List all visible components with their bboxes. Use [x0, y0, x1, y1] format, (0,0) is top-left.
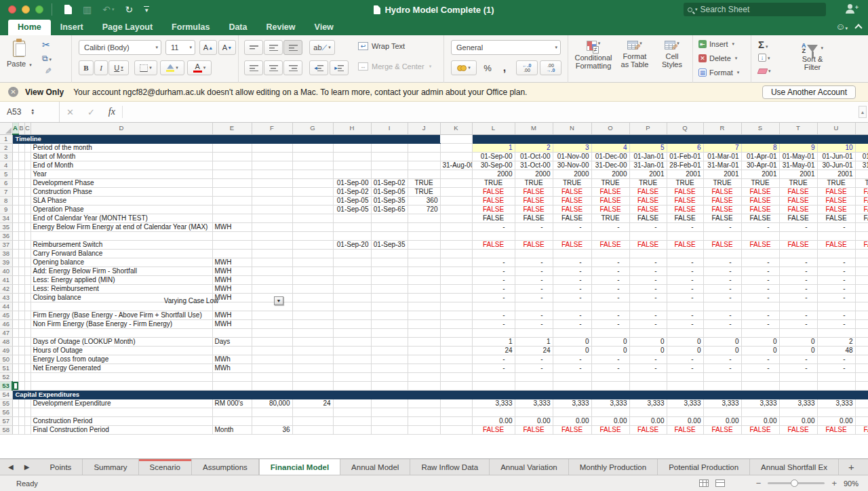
cell[interactable] [292, 153, 333, 161]
cell[interactable] [18, 188, 24, 197]
value-cell[interactable]: FALSE [779, 197, 817, 205]
cell[interactable] [440, 223, 472, 232]
value-cell[interactable]: 01-Dec-00 [591, 153, 629, 161]
value-cell[interactable]: FALSE [667, 426, 703, 435]
cell[interactable] [408, 373, 440, 382]
cell[interactable] [292, 329, 333, 338]
value-cell[interactable] [591, 232, 629, 241]
row-number[interactable]: 35 [0, 223, 12, 232]
value-cell[interactable]: TRUE [591, 214, 629, 223]
value-cell[interactable]: FALSE [629, 188, 667, 197]
column-header-D[interactable]: D [31, 123, 212, 134]
cell[interactable] [371, 161, 408, 170]
cell[interactable] [24, 408, 31, 417]
value-cell[interactable]: 0.00 [553, 417, 591, 426]
cell[interactable] [252, 311, 292, 320]
value-cell[interactable]: 01-Feb-01 [667, 153, 703, 161]
value-cell[interactable]: - [629, 320, 667, 329]
row-number[interactable]: 44 [0, 302, 12, 311]
cell[interactable] [252, 338, 292, 347]
column-header-B[interactable]: B [18, 123, 24, 134]
value-cell[interactable]: FALSE [741, 205, 779, 214]
row-number[interactable]: 38 [0, 250, 12, 258]
value-cell[interactable]: FALSE [629, 205, 667, 214]
zoom-window-button[interactable] [35, 5, 43, 14]
value-cell[interactable] [779, 329, 817, 338]
cell[interactable]: 01-Sep-65 [371, 205, 408, 214]
cell[interactable] [408, 214, 440, 223]
cell[interactable] [440, 285, 472, 294]
row-number[interactable]: 37 [0, 241, 12, 250]
value-cell[interactable]: FALSE [779, 241, 817, 250]
cell[interactable] [440, 276, 472, 285]
font-color-button[interactable]: A▾ [187, 60, 212, 75]
row-number[interactable]: 5 [0, 170, 12, 179]
value-cell[interactable]: 3,333 [703, 399, 741, 408]
value-cell[interactable] [779, 373, 817, 382]
value-cell[interactable] [553, 329, 591, 338]
cell[interactable] [252, 258, 292, 267]
cell[interactable] [24, 188, 31, 197]
cell[interactable] [408, 144, 440, 153]
label-cell[interactable] [31, 373, 212, 382]
value-cell[interactable]: FALSE [703, 214, 741, 223]
scroll-up-icon[interactable]: ▲ [859, 106, 867, 118]
row-number[interactable]: 52 [0, 373, 12, 382]
value-cell[interactable] [472, 232, 515, 241]
value-cell[interactable] [855, 373, 868, 382]
value-cell[interactable]: FALSE [472, 188, 515, 197]
zoom-slider-thumb[interactable] [791, 479, 798, 487]
value-cell[interactable]: - [591, 294, 629, 302]
value-cell[interactable]: 0.00 [472, 417, 515, 426]
value-cell[interactable]: 6 [667, 144, 703, 153]
cell[interactable] [292, 276, 333, 285]
column-header-J[interactable]: J [408, 123, 440, 134]
value-cell[interactable]: 01-Jun-01 [817, 153, 855, 161]
page-layout-view-icon[interactable] [715, 479, 725, 487]
value-cell[interactable]: 3,333 [553, 399, 591, 408]
cell[interactable] [371, 417, 408, 426]
value-cell[interactable]: 2000 [553, 170, 591, 179]
value-cell[interactable]: TRUE [629, 179, 667, 188]
cell[interactable] [333, 338, 371, 347]
cell[interactable] [292, 188, 333, 197]
value-cell[interactable]: FALSE [667, 197, 703, 205]
sheet-tab-financial-model[interactable]: Financial Model [259, 459, 340, 475]
cell[interactable] [12, 347, 18, 355]
value-cell[interactable]: 3,333 [741, 399, 779, 408]
bold-button[interactable]: B [79, 60, 94, 75]
value-cell[interactable]: - [703, 223, 741, 232]
cell[interactable] [333, 250, 371, 258]
value-cell[interactable]: - [703, 294, 741, 302]
cell[interactable]: 01-Sep-35 [371, 197, 408, 205]
value-cell[interactable]: 3,333 [515, 399, 553, 408]
value-cell[interactable]: FALSE [855, 214, 868, 223]
value-cell[interactable]: TRUE [667, 179, 703, 188]
value-cell[interactable]: 0 [779, 338, 817, 347]
value-cell[interactable]: FALSE [591, 188, 629, 197]
unit-cell[interactable] [212, 329, 252, 338]
value-cell[interactable]: FALSE [515, 426, 553, 435]
cell[interactable] [24, 347, 31, 355]
value-cell[interactable]: - [741, 364, 779, 373]
value-cell[interactable]: - [591, 258, 629, 267]
cell[interactable]: 01-Sep-02 [333, 188, 371, 197]
value-cell[interactable]: - [667, 276, 703, 285]
unit-cell[interactable] [212, 214, 252, 223]
value-cell[interactable]: FALSE [591, 197, 629, 205]
cell[interactable] [12, 417, 18, 426]
label-cell[interactable] [31, 232, 212, 241]
value-cell[interactable]: - [629, 355, 667, 364]
value-cell[interactable]: - [472, 311, 515, 320]
cell[interactable] [292, 338, 333, 347]
sheet-tab-raw-inflow-data[interactable]: Raw Inflow Data [410, 459, 490, 475]
value-cell[interactable]: - [591, 276, 629, 285]
value-cell[interactable]: FALSE [553, 188, 591, 197]
cell[interactable] [440, 170, 472, 179]
value-cell[interactable]: FALSE [817, 426, 855, 435]
cell[interactable]: 01-Sep-00 [333, 179, 371, 188]
align-middle-button[interactable] [264, 40, 283, 55]
cell[interactable] [408, 285, 440, 294]
value-cell[interactable] [591, 329, 629, 338]
value-cell[interactable]: 3,333 [667, 399, 703, 408]
